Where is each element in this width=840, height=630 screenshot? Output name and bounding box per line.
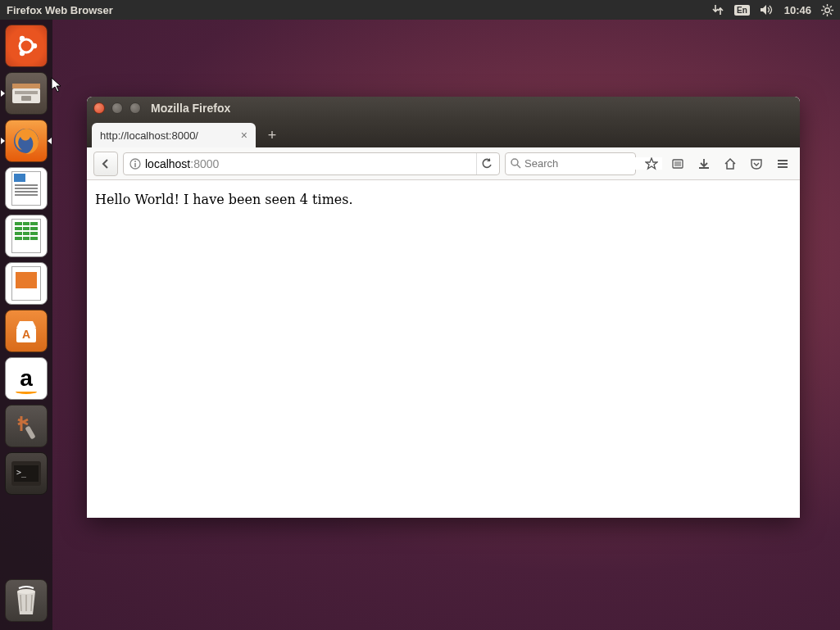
svg-point-24	[17, 589, 35, 594]
tab-close-icon[interactable]: ×	[241, 129, 247, 142]
svg-rect-16	[21, 96, 31, 101]
svg-line-8	[830, 6, 832, 7]
active-app-title: Firefox Web Browser	[7, 4, 113, 16]
page-text: Hello World! I have been seen 4 times.	[95, 192, 353, 207]
url-bar[interactable]: localhost:8000	[123, 152, 500, 175]
launcher-software[interactable]: A	[5, 310, 48, 352]
mouse-cursor	[51, 77, 64, 93]
window-minimize-button[interactable]	[111, 102, 123, 114]
svg-rect-13	[12, 84, 40, 88]
language-indicator[interactable]: En	[734, 5, 750, 16]
window-titlebar[interactable]: Mozilla Firefox	[87, 97, 800, 120]
launcher-dash[interactable]	[5, 25, 48, 67]
launcher-trash[interactable]	[5, 579, 48, 622]
svg-rect-27	[134, 163, 136, 167]
svg-line-6	[830, 12, 832, 14]
search-bar[interactable]	[505, 152, 636, 175]
window-maximize-button[interactable]	[129, 102, 141, 114]
gear-icon[interactable]	[821, 4, 833, 16]
downloads-icon[interactable]	[693, 153, 715, 174]
menu-icon[interactable]	[772, 153, 793, 174]
svg-point-10	[32, 43, 37, 48]
url-input[interactable]: localhost:8000	[143, 157, 476, 170]
tab-label: http://localhost:8000/	[100, 129, 198, 142]
svg-point-26	[134, 161, 136, 162]
svg-point-12	[20, 51, 25, 56]
launcher-firefox[interactable]	[5, 120, 48, 162]
browser-toolbar: localhost:8000	[87, 147, 800, 180]
plus-icon: +	[268, 127, 277, 144]
reload-button[interactable]	[476, 153, 496, 174]
new-tab-button[interactable]: +	[261, 125, 284, 145]
svg-point-28	[511, 159, 518, 165]
launcher-writer[interactable]	[5, 167, 48, 210]
launcher-impress[interactable]	[5, 262, 48, 305]
launcher-amazon[interactable]: a	[5, 357, 48, 400]
browser-tab[interactable]: http://localhost:8000/ ×	[92, 123, 256, 147]
svg-point-0	[825, 7, 830, 12]
window-close-button[interactable]	[93, 102, 105, 114]
back-button[interactable]	[93, 152, 118, 176]
library-icon[interactable]	[667, 153, 688, 174]
svg-text:>_: >_	[16, 468, 27, 478]
svg-point-9	[20, 39, 33, 52]
launcher-files[interactable]	[5, 72, 48, 115]
bookmark-star-icon[interactable]	[641, 153, 662, 174]
home-icon[interactable]	[720, 153, 741, 174]
svg-text:A: A	[22, 328, 30, 341]
launcher-settings[interactable]	[5, 405, 48, 447]
site-info-icon[interactable]	[127, 158, 143, 170]
unity-launcher: A a >_	[0, 20, 52, 630]
clock[interactable]: 10:46	[784, 4, 811, 16]
launcher-calc[interactable]	[5, 215, 48, 257]
firefox-window: Mozilla Firefox http://localhost:8000/ ×…	[87, 97, 800, 518]
svg-line-29	[517, 165, 520, 168]
svg-line-7	[823, 12, 824, 14]
launcher-terminal[interactable]: >_	[5, 452, 48, 495]
page-content: Hello World! I have been seen 4 times.	[87, 180, 800, 518]
volume-icon[interactable]	[760, 4, 774, 16]
top-menu-bar: Firefox Web Browser En 10:46	[0, 0, 840, 20]
tab-strip: http://localhost:8000/ × +	[87, 120, 800, 147]
svg-line-5	[823, 6, 824, 7]
window-title: Mozilla Firefox	[151, 102, 230, 115]
svg-rect-20	[25, 426, 35, 440]
pocket-icon[interactable]	[746, 153, 767, 174]
search-icon	[511, 158, 521, 169]
svg-rect-15	[15, 91, 38, 94]
network-icon[interactable]	[711, 4, 724, 16]
svg-point-11	[20, 36, 25, 41]
